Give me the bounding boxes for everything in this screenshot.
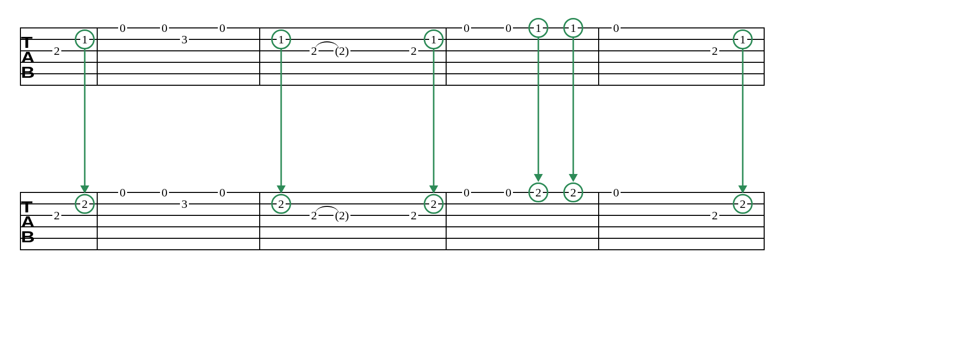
change-arrow: [281, 49, 282, 185]
arrow-head-icon: [429, 185, 438, 193]
highlight-circle: [75, 29, 95, 49]
arrow-head-icon: [738, 185, 747, 193]
highlight-circle: [424, 194, 444, 214]
tab-label-letter: B: [21, 66, 34, 79]
tab-string-line: [20, 62, 764, 63]
barline: [764, 192, 765, 250]
arrow-head-icon: [569, 174, 578, 182]
barline: [446, 192, 447, 250]
tie-arc: [315, 206, 339, 214]
highlight-circle: [733, 194, 753, 214]
highlight-circle: [75, 194, 95, 214]
tab-string-line: [20, 203, 764, 204]
barline: [259, 192, 260, 250]
tab-note: 2: [710, 45, 719, 57]
tab-note: 3: [180, 198, 189, 210]
highlight-circle: [271, 29, 291, 49]
highlight-circle: [563, 18, 583, 38]
barline: [259, 27, 260, 86]
tab-note: 0: [612, 186, 621, 198]
tab-string-line: [20, 192, 764, 193]
tab-note: 2: [52, 209, 61, 221]
change-arrow: [538, 37, 539, 174]
tie-arc: [315, 41, 339, 49]
tab-note: 2: [710, 209, 719, 221]
arrow-head-icon: [277, 185, 286, 193]
change-arrow: [742, 49, 744, 185]
arrow-head-icon: [80, 185, 89, 193]
change-arrow: [84, 49, 86, 185]
tab-label-letter: B: [21, 230, 34, 243]
tab-note: 0: [504, 186, 513, 198]
change-arrow: [433, 49, 435, 185]
highlight-circle: [733, 29, 753, 49]
tab-note: 0: [612, 22, 621, 34]
tab-label-letter: T: [21, 36, 32, 49]
barline: [446, 27, 447, 86]
tab-note: 0: [504, 22, 513, 34]
tab-string-line: [20, 39, 764, 40]
highlight-circle: [528, 18, 548, 38]
tab-note: 2: [409, 209, 418, 221]
change-arrow: [573, 37, 574, 174]
tab-string-line: [20, 226, 764, 227]
tab-note: 2: [52, 45, 61, 57]
tab-string-line: [20, 73, 764, 74]
tab-note: 0: [218, 22, 227, 34]
highlight-circle: [424, 29, 444, 49]
barline: [598, 192, 599, 250]
tab-label-letter: A: [21, 215, 34, 228]
highlight-circle: [528, 182, 548, 202]
barline: [764, 27, 765, 86]
tab-note: 3: [180, 33, 189, 45]
tab-note: 0: [118, 186, 127, 198]
highlight-circle: [563, 182, 583, 202]
tab-string-line: [20, 238, 764, 239]
tab-note: 0: [118, 22, 127, 34]
tab-note: 0: [160, 22, 169, 34]
tab-string-line: [20, 249, 764, 250]
barline: [97, 27, 98, 86]
tab-string-line: [20, 85, 764, 86]
tab-note: 2: [409, 45, 418, 57]
tab-note: 0: [462, 22, 471, 34]
highlight-circle: [271, 194, 291, 214]
tab-note: 0: [462, 186, 471, 198]
tab-string-line: [20, 50, 764, 51]
tab-note: 0: [160, 186, 169, 198]
tab-label-letter: A: [21, 51, 34, 64]
barline: [598, 27, 599, 86]
tab-string-line: [20, 215, 764, 216]
tab-label-letter: T: [21, 200, 32, 213]
arrow-head-icon: [534, 174, 543, 182]
tab-diagram-canvas: { "layout": { "width": 1966, "height": 6…: [0, 0, 980, 339]
tab-string-line: [20, 27, 764, 28]
tab-note: 0: [218, 186, 227, 198]
barline: [97, 192, 98, 250]
